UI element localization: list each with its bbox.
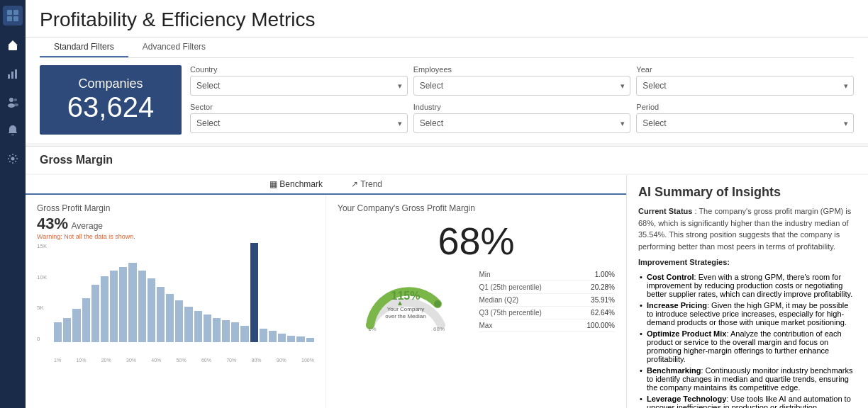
gross-margin-header: Gross Margin	[26, 146, 868, 174]
sector-filter: Sector Select	[190, 103, 408, 135]
bar-item	[231, 322, 239, 342]
advanced-filters-tab[interactable]: Advanced Filters	[128, 38, 220, 57]
left-chart: Gross Profit Margin 43% Average Warning:…	[26, 195, 326, 408]
svg-point-12	[14, 103, 18, 106]
year-select-wrapper[interactable]: Select	[636, 76, 854, 96]
ai-title: AI Summary of Insights	[638, 185, 857, 200]
trend-tab[interactable]: ↗ Trend	[337, 175, 396, 193]
period-select-wrapper[interactable]: Select	[636, 113, 854, 133]
app-logo	[3, 6, 23, 26]
stats-label: Q3 (75th percentile)	[479, 309, 542, 317]
bar-item	[119, 267, 127, 342]
stats-label: Median (Q2)	[479, 296, 519, 304]
stats-label: Q1 (25th percentile)	[479, 283, 542, 291]
year-filter: Year Select	[636, 65, 854, 97]
stats-row: Max100.00%	[479, 319, 616, 332]
trend-icon: ↗	[351, 179, 358, 189]
svg-rect-6	[8, 74, 10, 79]
period-select[interactable]: Select	[636, 113, 854, 133]
svg-rect-7	[11, 72, 13, 79]
bar-item	[63, 318, 71, 342]
ai-bullets-container: Cost Control: Even with a strong GPM, th…	[638, 273, 857, 409]
bell-icon[interactable]	[4, 122, 21, 139]
bar-item	[194, 311, 202, 342]
period-filter: Period Select	[636, 103, 854, 135]
chart-area: ▦ Benchmark ↗ Trend Gross Profit Margin …	[26, 175, 627, 408]
svg-point-9	[9, 98, 13, 102]
companies-label: Companies	[78, 76, 143, 91]
employees-select[interactable]: Select	[413, 76, 631, 96]
industry-filter: Industry Select	[413, 103, 631, 135]
industry-label: Industry	[413, 103, 631, 111]
y-label-15k: 15K	[37, 243, 47, 249]
bar-item	[128, 263, 136, 342]
stats-value: 62.64%	[591, 309, 615, 317]
bar-item	[157, 287, 165, 342]
sector-select-wrapper[interactable]: Select	[190, 113, 408, 133]
svg-rect-2	[7, 16, 12, 21]
main-content: Profitability & Efficiency Metrics Stand…	[26, 0, 868, 408]
ai-bullet: Benchmarking: Continuously monitor indus…	[638, 366, 857, 392]
country-filter: Country Select	[190, 65, 408, 97]
page-title: Profitability & Efficiency Metrics	[40, 8, 854, 31]
people-icon[interactable]	[4, 94, 21, 110]
svg-marker-5	[8, 40, 18, 45]
ai-current-status: Current Status : The company's gross pro…	[638, 205, 857, 252]
bar-item	[72, 309, 80, 342]
bar-item	[184, 307, 192, 342]
bar-item	[91, 285, 99, 342]
bar-item	[175, 300, 183, 342]
bar-item	[296, 336, 304, 342]
year-select[interactable]: Select	[636, 76, 854, 96]
standard-filters-tab[interactable]: Standard Filters	[40, 38, 128, 57]
period-label: Period	[636, 103, 854, 111]
home-icon[interactable]	[4, 37, 21, 54]
big-percentage: 68%	[338, 219, 615, 263]
stats-value: 20.28%	[591, 283, 615, 291]
industry-select-wrapper[interactable]: Select	[413, 113, 631, 133]
bars-wrapper	[54, 243, 314, 342]
benchmark-tab[interactable]: ▦ Benchmark	[255, 175, 337, 193]
svg-text:68%: 68%	[433, 326, 445, 332]
svg-rect-1	[13, 10, 18, 15]
stats-row: Q3 (75th percentile)62.64%	[479, 307, 616, 319]
svg-text:Your Company: Your Company	[386, 306, 424, 312]
bar-item	[166, 294, 174, 342]
ai-bullet: Leverage Technology: Use tools like AI a…	[638, 395, 857, 409]
chart-warning: Warning: Not all the data is shown.	[37, 233, 314, 240]
industry-select[interactable]: Select	[413, 113, 631, 133]
bar-item	[82, 298, 90, 342]
svg-rect-3	[13, 16, 18, 21]
country-label: Country	[190, 65, 408, 74]
filter-dropdowns: Country Select Employees Select	[190, 65, 854, 135]
bar-item	[306, 338, 314, 342]
x-axis-labels: 1%10%20%30%40%50%60%70%80%90%100%	[54, 358, 314, 363]
bar-item	[110, 271, 118, 342]
gauge-container: 1% 68% Your Company over the Median ▲ 11…	[338, 268, 474, 332]
svg-text:over the Median: over the Median	[385, 313, 425, 319]
svg-rect-8	[15, 69, 17, 79]
bar-item	[287, 336, 295, 342]
sector-select[interactable]: Select	[190, 113, 408, 133]
svg-text:115%: 115%	[391, 290, 420, 302]
chart-bar-icon[interactable]	[4, 65, 21, 82]
bar-item	[204, 314, 211, 342]
employees-select-wrapper[interactable]: Select	[413, 76, 631, 96]
stats-row: Min1.00%	[479, 268, 616, 281]
bottom-charts: 1% 68% Your Company over the Median ▲ 11…	[338, 268, 615, 332]
y-label-5k: 5K	[37, 305, 47, 311]
country-select-wrapper[interactable]: Select	[190, 76, 408, 96]
y-axis-labels: 15K 10K 5K 0	[37, 243, 47, 342]
filter-section: Standard Filters Advanced Filters Compan…	[26, 38, 868, 143]
filter-body: Companies 63,624 Country Select Employee…	[40, 65, 854, 135]
gear-icon[interactable]	[4, 150, 21, 167]
employees-filter: Employees Select	[413, 65, 631, 97]
stats-table: Min1.00%Q1 (25th percentile)20.28%Median…	[479, 268, 616, 332]
svg-text:1%: 1%	[368, 326, 377, 332]
ai-bullet: Increase Pricing: Given the high GPM, it…	[638, 301, 857, 327]
benchmark-icon: ▦	[269, 179, 277, 189]
country-select[interactable]: Select	[190, 76, 408, 96]
ai-bullet: Cost Control: Even with a strong GPM, th…	[638, 273, 857, 298]
bar-item	[148, 278, 155, 342]
charts-row: Gross Profit Margin 43% Average Warning:…	[26, 195, 626, 408]
